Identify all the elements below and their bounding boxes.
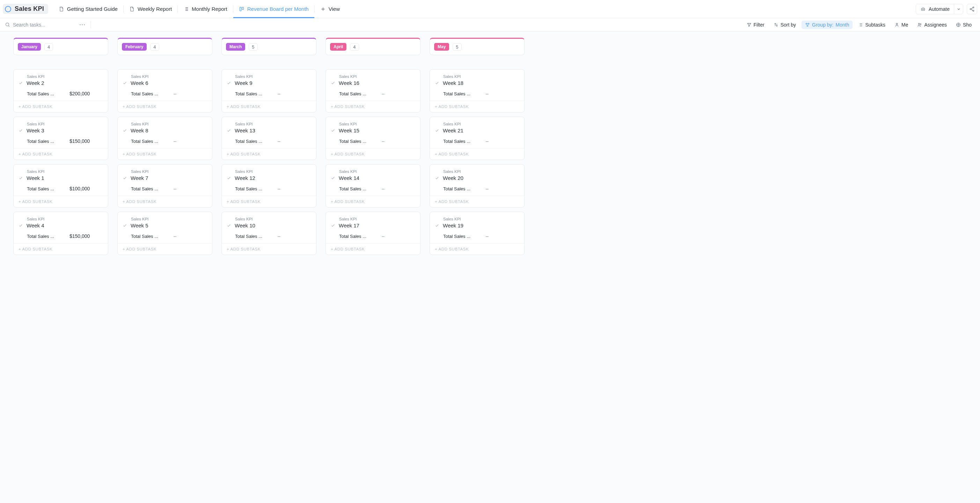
add-view-button[interactable]: View [315, 0, 345, 18]
add-subtask-button[interactable]: + ADD SUBTASK [118, 196, 212, 207]
add-subtask-button[interactable]: + ADD SUBTASK [222, 148, 316, 160]
task-title: Week 14 [339, 175, 360, 181]
add-subtask-button[interactable]: + ADD SUBTASK [222, 100, 316, 112]
add-subtask-button[interactable]: + ADD SUBTASK [430, 100, 524, 112]
project-label: Sales KPI [27, 122, 103, 126]
field-value[interactable]: – [278, 91, 280, 96]
add-subtask-button[interactable]: + ADD SUBTASK [326, 243, 420, 255]
tab-label: Getting Started Guide [67, 6, 118, 12]
add-subtask-button[interactable]: + ADD SUBTASK [222, 243, 316, 255]
me-button[interactable]: Me [891, 21, 912, 29]
project-label: Sales KPI [339, 122, 415, 126]
task-card[interactable]: Sales KPIWeek 3Total Sales ...$150,000+ … [13, 117, 108, 160]
task-card[interactable]: Sales KPIWeek 8Total Sales ...–+ ADD SUB… [117, 117, 212, 160]
check-icon [123, 176, 127, 180]
tab-revenue-board-per-month[interactable]: Revenue Board per Month [233, 0, 314, 18]
task-card[interactable]: Sales KPIWeek 19Total Sales ...–+ ADD SU… [430, 212, 525, 255]
toolbar: ··· Filter Sort by Group by: Month Subta… [0, 18, 980, 32]
column-header[interactable]: April4 [326, 38, 420, 55]
field-value[interactable]: – [173, 233, 177, 239]
check-icon [331, 223, 335, 228]
task-card[interactable]: Sales KPIWeek 4Total Sales ...$150,000+ … [13, 212, 108, 255]
show-button[interactable]: Sho [952, 21, 975, 29]
add-subtask-button[interactable]: + ADD SUBTASK [430, 148, 524, 160]
project-label: Sales KPI [27, 75, 103, 79]
field-value[interactable]: – [278, 233, 280, 239]
task-card[interactable]: Sales KPIWeek 7Total Sales ...–+ ADD SUB… [117, 164, 212, 207]
add-subtask-button[interactable]: + ADD SUBTASK [118, 100, 212, 112]
task-card[interactable]: Sales KPIWeek 20Total Sales ...–+ ADD SU… [430, 164, 525, 207]
add-subtask-button[interactable]: + ADD SUBTASK [14, 148, 108, 160]
field-value[interactable]: – [382, 138, 385, 144]
task-card[interactable]: Sales KPIWeek 16Total Sales ...–+ ADD SU… [326, 69, 420, 113]
add-subtask-button[interactable]: + ADD SUBTASK [326, 100, 420, 112]
subtasks-label: Subtasks [865, 22, 885, 28]
field-value[interactable]: – [486, 138, 488, 144]
field-value[interactable]: – [173, 138, 177, 144]
add-subtask-button[interactable]: + ADD SUBTASK [14, 100, 108, 112]
field-value[interactable]: – [382, 186, 385, 191]
more-button[interactable]: ··· [79, 21, 86, 28]
task-card[interactable]: Sales KPIWeek 1Total Sales ...$100,000+ … [13, 164, 108, 207]
task-card[interactable]: Sales KPIWeek 5Total Sales ...–+ ADD SUB… [117, 212, 212, 255]
task-card[interactable]: Sales KPIWeek 2Total Sales ...$200,000+ … [13, 69, 108, 113]
field-value[interactable]: – [278, 186, 280, 191]
field-value[interactable]: – [173, 186, 177, 191]
field-name: Total Sales ... [443, 91, 475, 96]
task-card[interactable]: Sales KPIWeek 21Total Sales ...–+ ADD SU… [430, 117, 525, 160]
subtasks-button[interactable]: Subtasks [854, 21, 889, 29]
field-value[interactable]: $150,000 [70, 233, 90, 239]
add-subtask-button[interactable]: + ADD SUBTASK [430, 243, 524, 255]
column-header[interactable]: January4 [13, 38, 108, 55]
tab-label: Monthly Report [192, 6, 228, 12]
automate-button[interactable]: Automate [916, 6, 954, 12]
field-value[interactable]: – [382, 91, 385, 96]
column-count: 5 [453, 43, 461, 51]
groupby-button[interactable]: Group by: Month [802, 21, 853, 29]
add-subtask-button[interactable]: + ADD SUBTASK [118, 243, 212, 255]
add-subtask-button[interactable]: + ADD SUBTASK [326, 148, 420, 160]
task-card[interactable]: Sales KPIWeek 12Total Sales ...–+ ADD SU… [221, 164, 317, 207]
task-card[interactable]: Sales KPIWeek 15Total Sales ...–+ ADD SU… [326, 117, 420, 160]
add-subtask-button[interactable]: + ADD SUBTASK [430, 196, 524, 207]
add-subtask-button[interactable]: + ADD SUBTASK [14, 196, 108, 207]
add-subtask-button[interactable]: + ADD SUBTASK [326, 196, 420, 207]
check-icon [19, 81, 23, 85]
field-value[interactable]: – [486, 233, 488, 239]
task-card[interactable]: Sales KPIWeek 9Total Sales ...–+ ADD SUB… [221, 69, 317, 113]
automate-caret-button[interactable] [954, 4, 963, 14]
add-subtask-button[interactable]: + ADD SUBTASK [14, 243, 108, 255]
field-value[interactable]: – [382, 233, 385, 239]
share-button[interactable] [967, 4, 977, 14]
filter-button[interactable]: Filter [743, 21, 768, 29]
groupby-label: Group by: [812, 22, 833, 28]
assignees-button[interactable]: Assignees [914, 21, 950, 29]
field-value[interactable]: – [173, 91, 177, 96]
search-input[interactable] [13, 22, 72, 28]
check-icon [123, 223, 127, 228]
field-value[interactable]: – [486, 91, 488, 96]
column-header[interactable]: May5 [430, 38, 525, 55]
task-card[interactable]: Sales KPIWeek 10Total Sales ...–+ ADD SU… [221, 212, 317, 255]
people-icon [917, 22, 922, 27]
task-card[interactable]: Sales KPIWeek 14Total Sales ...–+ ADD SU… [326, 164, 420, 207]
add-subtask-button[interactable]: + ADD SUBTASK [118, 148, 212, 160]
board-area[interactable]: January4Sales KPIWeek 2Total Sales ...$2… [0, 32, 980, 503]
add-subtask-button[interactable]: + ADD SUBTASK [222, 196, 316, 207]
column-header[interactable]: March5 [221, 38, 317, 55]
list-header[interactable]: Sales KPI [3, 4, 48, 14]
field-value[interactable]: $150,000 [70, 138, 90, 144]
tab-getting-started-guide[interactable]: Getting Started Guide [53, 0, 123, 18]
task-card[interactable]: Sales KPIWeek 6Total Sales ...–+ ADD SUB… [117, 69, 212, 113]
tab-monthly-report[interactable]: Monthly Report [178, 0, 233, 18]
field-value[interactable]: $100,000 [70, 186, 90, 191]
field-value[interactable]: – [486, 186, 488, 191]
sortby-button[interactable]: Sort by [770, 21, 799, 29]
field-value[interactable]: – [278, 138, 280, 144]
task-card[interactable]: Sales KPIWeek 17Total Sales ...–+ ADD SU… [326, 212, 420, 255]
task-card[interactable]: Sales KPIWeek 18Total Sales ...–+ ADD SU… [430, 69, 525, 113]
task-card[interactable]: Sales KPIWeek 13Total Sales ...–+ ADD SU… [221, 117, 317, 160]
field-value[interactable]: $200,000 [70, 91, 90, 96]
column-header[interactable]: February4 [117, 38, 212, 55]
tab-weekly-report[interactable]: Weekly Report [124, 0, 177, 18]
